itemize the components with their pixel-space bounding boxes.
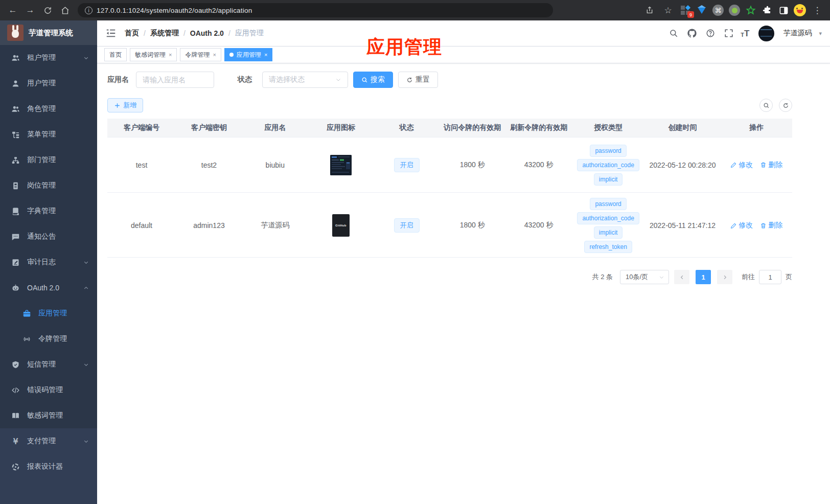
breadcrumb-item-2[interactable]: OAuth 2.0 (190, 29, 224, 37)
browser-menu-icon[interactable]: ⋮ (810, 3, 825, 18)
sidebar-collapse-icon[interactable] (105, 28, 117, 39)
browser-reload-icon[interactable] (40, 3, 55, 18)
goto-page-input[interactable] (759, 270, 781, 284)
reset-button[interactable]: 重置 (398, 72, 438, 88)
delete-link[interactable]: 删除 (760, 161, 782, 170)
browser-home-icon[interactable] (57, 3, 73, 18)
edit-link[interactable]: 修改 (730, 161, 753, 170)
chevron-up-icon (83, 285, 89, 291)
sidebar-item-13[interactable]: 错误码管理 (0, 377, 97, 403)
status-select[interactable]: 请选择状态 (262, 72, 348, 88)
sidebar-item-label: 岗位管理 (27, 181, 56, 190)
user-menu-caret-icon[interactable]: ▾ (819, 30, 822, 37)
toggle-search-icon[interactable] (759, 99, 773, 112)
user-avatar[interactable] (758, 26, 774, 41)
close-icon[interactable]: × (169, 52, 172, 58)
users-icon (11, 105, 20, 113)
tab-2[interactable]: 令牌管理× (180, 48, 221, 61)
app-icon-text: GitHub (332, 224, 350, 227)
sidebar-item-label: 令牌管理 (38, 334, 67, 343)
sidebar-item-5[interactable]: 岗位管理 (0, 173, 97, 198)
tab-0[interactable]: 首页 (104, 48, 127, 61)
help-icon[interactable] (704, 27, 717, 40)
extension-panel-icon[interactable] (777, 4, 790, 17)
sidebar-item-0[interactable]: 租户管理 (0, 45, 97, 71)
extension-record-icon[interactable] (728, 4, 741, 17)
sidebar-item-2[interactable]: 角色管理 (0, 96, 97, 122)
github-icon[interactable] (685, 27, 699, 40)
page-number-button[interactable]: 1 (696, 270, 711, 284)
sidebar-item-15[interactable]: ¥支付管理 (0, 428, 97, 454)
sidebar-item-11[interactable]: 令牌管理 (0, 326, 97, 352)
sidebar-item-label: 租户管理 (27, 53, 56, 62)
url-text[interactable]: 127.0.0.1:1024/system/oauth2/oauth2/appl… (97, 7, 252, 14)
sidebar-item-3[interactable]: 菜单管理 (0, 122, 97, 147)
badge-icon (11, 181, 20, 190)
tab-1[interactable]: 敏感词管理× (130, 48, 177, 61)
page-size-select[interactable]: 10条/页 (620, 270, 669, 284)
column-header: 刷新令牌的有效期 (505, 119, 572, 137)
close-icon[interactable]: × (213, 52, 216, 58)
shield-icon (11, 360, 20, 369)
fullscreen-icon[interactable] (722, 27, 735, 40)
sidebar-item-label: 报表设计器 (27, 462, 63, 471)
extension-command-icon[interactable]: ⌘ (711, 4, 725, 17)
sidebar-item-8[interactable]: 审计日志 (0, 249, 97, 275)
bookmark-star-icon[interactable]: ☆ (660, 3, 676, 18)
site-info-icon[interactable]: i (85, 7, 93, 14)
grant-type-tag: authorization_code (577, 159, 639, 171)
column-header: 创建时间 (644, 119, 721, 137)
header-search-icon[interactable] (667, 27, 680, 40)
breadcrumb-separator: / (144, 29, 146, 37)
font-size-icon[interactable]: TT (741, 29, 749, 38)
browser-back-icon[interactable]: ← (5, 3, 20, 18)
users-icon (11, 54, 20, 62)
next-page-button[interactable] (717, 270, 732, 284)
sidebar-item-6[interactable]: 字典管理 (0, 198, 97, 224)
tab-3[interactable]: 应用管理× (224, 48, 272, 61)
sidebar-item-12[interactable]: 短信管理 (0, 352, 97, 377)
sidebar-item-1[interactable]: 用户管理 (0, 71, 97, 96)
edit-link-label: 修改 (739, 221, 753, 230)
close-icon[interactable]: × (264, 52, 267, 58)
sidebar-item-7[interactable]: 通知公告 (0, 224, 97, 249)
openbook-icon (11, 411, 20, 420)
extension-badge: 9 (687, 11, 694, 18)
app-logo-bar[interactable]: 芋道管理系统 (0, 20, 97, 45)
table-row-1: testtest2biubiu开启1800 秒43200 秒passwordau… (107, 138, 792, 193)
sidebar-item-4[interactable]: 部门管理 (0, 147, 97, 173)
sidebar-item-14[interactable]: 敏感词管理 (0, 403, 97, 428)
app-icon-thumbnail (330, 155, 352, 175)
extension-gem-icon[interactable] (695, 4, 708, 17)
profile-avatar-icon[interactable] (793, 4, 806, 17)
pagination-total: 共 2 条 (592, 272, 613, 282)
delete-link[interactable]: 删除 (760, 221, 782, 230)
breadcrumb-item-1[interactable]: 系统管理 (150, 29, 179, 38)
cell-app-name: biubiu (242, 156, 308, 174)
extension-star-icon[interactable] (744, 4, 757, 17)
extension-grid-icon[interactable]: 9 (679, 4, 692, 17)
breadcrumb-item-0[interactable]: 首页 (125, 29, 139, 38)
add-button[interactable]: 新增 (107, 98, 143, 112)
search-button[interactable]: 搜索 (353, 72, 393, 88)
browser-toolbar: ← → i 127.0.0.1:1024/system/oauth2/oauth… (0, 0, 830, 20)
edit-link[interactable]: 修改 (730, 221, 753, 230)
browser-actions: ☆ 9 ⌘ ⋮ (642, 3, 825, 18)
app-name-input[interactable] (143, 76, 208, 84)
status-select-placeholder: 请选择状态 (269, 75, 305, 84)
sidebar-item-16[interactable]: 报表设计器 (0, 454, 97, 479)
browser-forward-icon[interactable]: → (22, 3, 38, 18)
tab-label: 令牌管理 (185, 51, 210, 59)
share-icon[interactable] (642, 3, 657, 18)
address-bar[interactable]: i 127.0.0.1:1024/system/oauth2/oauth2/ap… (78, 3, 553, 17)
refresh-table-icon[interactable] (779, 99, 792, 112)
prev-page-button[interactable] (674, 270, 689, 284)
sidebar-item-label: 支付管理 (27, 437, 56, 446)
sidebar-item-10[interactable]: 应用管理 (0, 301, 97, 326)
table-toolbar: 新增 (107, 98, 792, 112)
sidebar-item-9[interactable]: OAuth 2.0 (0, 275, 97, 301)
cell-access-ttl: 1800 秒 (440, 155, 505, 175)
filter-form: 应用名 状态 请选择状态 搜索 重置 (107, 72, 792, 88)
extension-puzzle-icon[interactable] (760, 4, 774, 17)
breadcrumb-item-3: 应用管理 (235, 29, 264, 38)
